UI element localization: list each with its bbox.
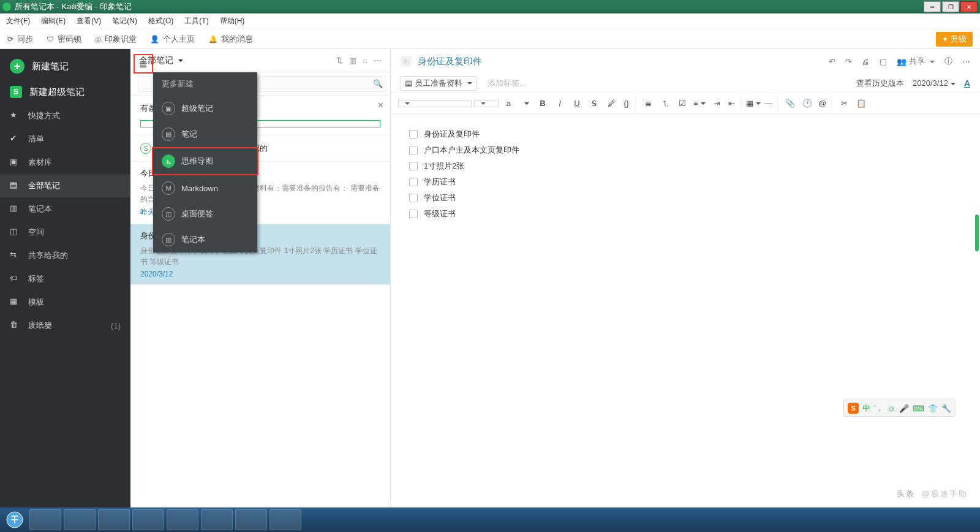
add-tag-input[interactable]: 添加标签... — [488, 78, 526, 89]
sidebar-item-notebooks[interactable]: ▥笔记本 — [0, 197, 130, 221]
font-color-dropdown-icon[interactable] — [518, 96, 533, 111]
checkbox-icon[interactable] — [409, 130, 418, 139]
align-icon[interactable]: ≡ — [692, 96, 707, 111]
window-minimize-button[interactable]: ━ — [924, 1, 941, 12]
menu-tools[interactable]: 工具(T) — [184, 16, 208, 26]
menu-edit[interactable]: 编辑(E) — [41, 16, 66, 26]
sidebar-item-templates[interactable]: ▦模板 — [0, 291, 130, 314]
strikethrough-icon[interactable]: S̶ — [587, 96, 601, 111]
taskbar-item[interactable] — [64, 509, 96, 530]
menu-note[interactable]: 笔记(N) — [112, 16, 137, 26]
dropdown-option-markdown[interactable]: MMarkdown — [153, 175, 257, 201]
banner-close-icon[interactable]: ✕ — [377, 101, 384, 110]
checkbox-icon[interactable] — [409, 194, 418, 202]
outdent-icon[interactable]: ⇤ — [726, 96, 741, 111]
editor-more-icon[interactable]: ⋯ — [962, 57, 970, 66]
ime-punct-icon[interactable]: '， — [874, 403, 883, 414]
checkbox-icon[interactable] — [409, 162, 418, 170]
ime-emoji-icon[interactable]: ☺ — [888, 404, 895, 413]
home-button[interactable]: 👤 个人主页 — [150, 34, 195, 45]
dropdown-option-sticky[interactable]: ◫桌面便签 — [153, 201, 257, 227]
menu-help[interactable]: 帮助(H) — [220, 16, 245, 26]
history-link[interactable]: 查看历史版本 — [856, 78, 904, 89]
code-icon[interactable]: {} — [621, 96, 636, 111]
upgrade-button[interactable]: ✦ 升级 — [936, 32, 973, 47]
new-note-button[interactable]: + 新建笔记 — [0, 53, 130, 80]
sort-icon[interactable]: ⇅ — [336, 56, 343, 65]
new-note-type-grid-button[interactable]: ▦ — [134, 54, 153, 74]
share-button[interactable]: 👥 共享 — [897, 56, 935, 67]
password-lock-button[interactable]: 🛡 密码锁 — [47, 34, 81, 45]
taskbar-item[interactable] — [201, 509, 233, 530]
sidebar-item-all-notes[interactable]: ▤全部笔记 — [0, 174, 130, 197]
ime-toolbar[interactable]: S 中 '， ☺ 🎤 ⌨ 👕 🔧 — [843, 400, 956, 417]
print-icon[interactable]: 🖨 — [862, 57, 870, 66]
checklist-item[interactable]: 1寸照片2张 — [409, 158, 962, 174]
ime-skin-icon[interactable]: 👕 — [928, 404, 938, 413]
new-super-note-button[interactable]: S 新建超级笔记 — [0, 80, 130, 104]
bold-icon[interactable]: B — [535, 96, 550, 111]
dropdown-option-super-note[interactable]: ▣超级笔记 — [153, 96, 257, 121]
checklist-item[interactable]: 身份证及复印件 — [409, 126, 962, 142]
taskbar-item[interactable] — [29, 509, 61, 530]
checklist-item[interactable]: 等级证书 — [409, 206, 962, 222]
bullet-list-icon[interactable]: ≣ — [641, 96, 655, 111]
table-icon[interactable]: ▦ — [746, 96, 761, 111]
checklist-item[interactable]: 学位证书 — [409, 190, 962, 206]
taskbar-item[interactable] — [270, 509, 301, 530]
sidebar-item-shortcuts[interactable]: ★快捷方式 — [0, 104, 130, 127]
ime-tool-icon[interactable]: 🔧 — [941, 404, 951, 413]
highlight-icon[interactable]: 🖉 — [604, 96, 619, 111]
knowledge-button[interactable]: ◎ 印象识堂 — [95, 34, 137, 45]
sidebar-item-checklist[interactable]: ✔清单 — [0, 127, 130, 151]
taskbar-item[interactable] — [132, 509, 164, 530]
ime-lang-icon[interactable]: 中 — [862, 403, 870, 414]
sidebar-item-shared[interactable]: ⇆共享给我的 — [0, 244, 130, 267]
start-button[interactable] — [2, 507, 27, 532]
format-toggle-icon[interactable]: A — [964, 78, 970, 88]
note-date[interactable]: 2020/3/12 — [913, 78, 956, 88]
italic-icon[interactable]: I — [552, 96, 567, 111]
dropdown-option-notebook[interactable]: ▥笔记本 — [153, 227, 257, 253]
window-close-button[interactable]: ✕ — [960, 1, 978, 12]
checkbox-icon[interactable] — [409, 178, 418, 186]
notebook-selector[interactable]: ▤ 员工准备资料 — [401, 76, 477, 91]
note-link-icon[interactable]: ⎘ — [401, 56, 412, 67]
clock-icon[interactable]: 🕐 — [800, 96, 815, 111]
ime-mic-icon[interactable]: 🎤 — [899, 404, 909, 413]
menu-format[interactable]: 格式(O) — [148, 16, 173, 26]
sidebar-item-tags[interactable]: 🏷标签 — [0, 267, 130, 291]
at-icon[interactable]: @ — [817, 96, 832, 111]
present-icon[interactable]: ▢ — [880, 57, 887, 66]
window-maximize-button[interactable]: ❐ — [942, 1, 959, 12]
menu-file[interactable]: 文件(F) — [6, 16, 30, 26]
scroll-indicator[interactable] — [975, 215, 979, 251]
checklist-item[interactable]: 学历证书 — [409, 174, 962, 190]
info-icon[interactable]: ⓘ — [944, 56, 952, 67]
note-content[interactable]: 身份证及复印件 户口本户主及本文页复印件 1寸照片2张 学历证书 学位证书 等级… — [391, 114, 980, 507]
font-size-select[interactable] — [474, 100, 499, 107]
sidebar-item-spaces[interactable]: ◫空间 — [0, 221, 130, 244]
font-family-select[interactable] — [398, 100, 472, 107]
taskbar-item[interactable] — [235, 509, 267, 530]
number-list-icon[interactable]: ⒈ — [658, 96, 673, 111]
ime-keyboard-icon[interactable]: ⌨ — [913, 404, 924, 413]
more-icon[interactable]: ⋯ — [374, 56, 382, 65]
dropdown-option-mindmap[interactable]: ⊾思维导图 — [152, 147, 258, 175]
indent-icon[interactable]: ⇥ — [709, 96, 724, 111]
sync-button[interactable]: ⟳ 同步 — [7, 34, 33, 45]
filter-icon[interactable]: ⌂ — [363, 56, 368, 65]
taskbar-item[interactable] — [167, 509, 198, 530]
attachment-icon[interactable]: 📎 — [783, 96, 797, 111]
search-icon[interactable]: 🔍 — [373, 79, 383, 88]
checkbox-icon[interactable] — [409, 210, 418, 218]
checkbox-icon[interactable]: ☑ — [675, 96, 690, 111]
redo-icon[interactable]: ↷ — [845, 57, 852, 66]
underline-icon[interactable]: U — [570, 96, 584, 111]
view-list-icon[interactable]: ▥ — [349, 56, 356, 65]
dropdown-option-note[interactable]: ▤笔记 — [153, 121, 257, 147]
undo-icon[interactable]: ↶ — [829, 57, 835, 66]
menu-view[interactable]: 查看(V) — [77, 16, 101, 26]
sidebar-item-library[interactable]: ▣素材库 — [0, 151, 130, 174]
checkbox-icon[interactable] — [409, 146, 418, 154]
